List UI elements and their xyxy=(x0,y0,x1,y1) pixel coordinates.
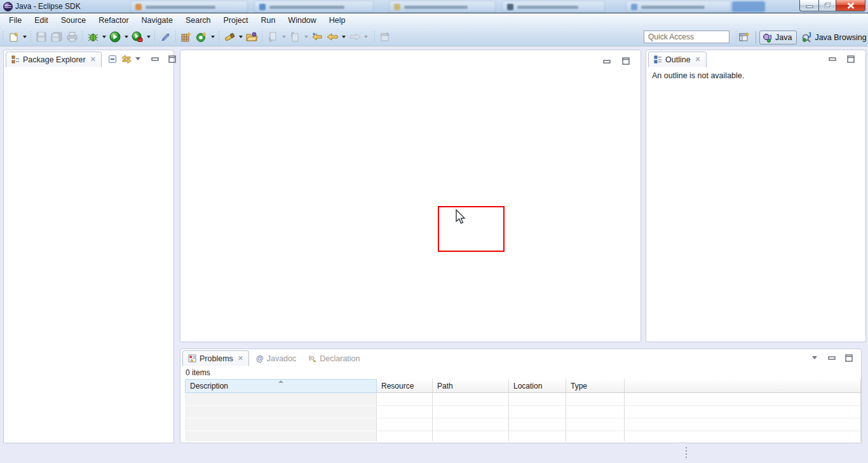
previous-annotation-button[interactable] xyxy=(287,29,302,45)
table-row xyxy=(185,418,861,431)
last-edit-location-button[interactable] xyxy=(309,29,325,45)
minimize-outline-icon xyxy=(829,56,836,62)
new-wizard-icon xyxy=(8,32,19,43)
debug-dropdown[interactable] xyxy=(100,29,107,45)
previous-annotation-icon xyxy=(290,32,300,42)
menu-navigate[interactable]: Navigate xyxy=(135,14,179,27)
background-browser-tab[interactable] xyxy=(254,1,374,13)
run-button[interactable] xyxy=(107,29,123,45)
java-browsing-perspective-button[interactable]: J Java Browsing xyxy=(797,31,868,45)
background-browser-tab[interactable] xyxy=(130,1,248,13)
search-dropdown[interactable] xyxy=(237,29,244,45)
maximize-problems-button[interactable] xyxy=(843,352,855,364)
mark-occurrences-button[interactable] xyxy=(158,29,173,45)
problems-icon xyxy=(188,354,196,363)
print-button[interactable] xyxy=(64,29,79,45)
column-header-resource[interactable]: Resource xyxy=(377,379,433,393)
javadoc-tab[interactable]: @ Javadoc xyxy=(251,350,301,366)
menu-help[interactable]: Help xyxy=(323,14,352,27)
run-icon xyxy=(109,31,121,43)
minimize-problems-icon xyxy=(828,355,836,361)
next-annotation-button[interactable] xyxy=(265,29,280,45)
package-explorer-body[interactable] xyxy=(4,67,173,443)
menu-edit[interactable]: Edit xyxy=(28,14,55,27)
pin-editor-button[interactable] xyxy=(377,29,393,45)
open-task-button[interactable] xyxy=(244,29,259,45)
open-perspective-button[interactable] xyxy=(737,30,752,45)
minimize-button[interactable] xyxy=(799,0,818,11)
column-header-path[interactable]: Path xyxy=(433,379,509,393)
java-perspective-button[interactable]: J Java xyxy=(759,31,797,45)
save-button[interactable] xyxy=(34,29,49,45)
maximize-editor-button[interactable] xyxy=(620,55,632,67)
package-explorer-tab[interactable]: Package Explorer ✕ xyxy=(6,52,102,67)
pin-editor-icon xyxy=(380,32,391,42)
print-icon xyxy=(67,32,78,42)
new-wizard-dropdown[interactable] xyxy=(21,29,28,45)
menu-file[interactable]: File xyxy=(3,14,28,27)
menu-project[interactable]: Project xyxy=(217,14,255,27)
next-annotation-icon xyxy=(268,32,278,42)
run-dropdown[interactable] xyxy=(123,29,130,45)
minimize-editor-button[interactable] xyxy=(601,55,613,67)
back-button[interactable] xyxy=(325,29,340,45)
outline-tab[interactable]: Outline ✕ xyxy=(648,52,707,67)
close-button[interactable] xyxy=(836,0,865,11)
minimize-outline-button[interactable] xyxy=(827,53,838,65)
minimize-view-button[interactable] xyxy=(149,53,161,65)
debug-button[interactable] xyxy=(85,29,100,45)
quick-access-input[interactable] xyxy=(644,31,729,43)
maximize-view-button[interactable] xyxy=(166,53,178,65)
minimize-icon xyxy=(806,3,813,8)
java-browsing-perspective-label: Java Browsing xyxy=(815,33,866,42)
column-header-location[interactable]: Location xyxy=(509,379,566,393)
next-annotation-dropdown[interactable] xyxy=(280,29,287,45)
view-menu-button[interactable] xyxy=(132,53,144,65)
outline-close-icon[interactable]: ✕ xyxy=(695,55,701,64)
new-java-project-button[interactable] xyxy=(179,29,194,45)
new-wizard-button[interactable] xyxy=(6,29,21,45)
new-java-class-dropdown[interactable] xyxy=(209,29,216,45)
forward-button[interactable] xyxy=(347,29,362,45)
menu-source[interactable]: Source xyxy=(55,14,93,27)
workbench: Package Explorer ✕ xyxy=(0,46,868,445)
outline-icon xyxy=(654,55,662,64)
menu-window[interactable]: Window xyxy=(281,14,322,27)
background-browser-tab[interactable] xyxy=(502,1,605,13)
previous-annotation-dropdown[interactable] xyxy=(302,29,309,45)
declaration-tab[interactable]: Declaration xyxy=(303,350,365,366)
problems-table-header: Description Resource Path Location Type xyxy=(185,379,861,393)
background-browser-tab[interactable] xyxy=(626,1,731,13)
column-header-description[interactable]: Description xyxy=(185,379,377,393)
new-java-class-button[interactable] xyxy=(194,29,209,45)
new-java-class-icon xyxy=(196,32,207,43)
problems-close-icon[interactable]: ✕ xyxy=(238,354,243,363)
background-browser-tab[interactable] xyxy=(389,1,496,13)
problems-tab-label: Problems xyxy=(200,354,233,363)
menu-refactor[interactable]: Refactor xyxy=(92,14,135,27)
search-button[interactable] xyxy=(222,29,237,45)
maximize-outline-button[interactable] xyxy=(845,53,857,65)
red-selection-rectangle xyxy=(438,206,505,252)
menu-search[interactable]: Search xyxy=(179,14,217,27)
external-tools-dropdown[interactable] xyxy=(145,29,152,45)
link-with-editor-button[interactable] xyxy=(121,53,132,65)
statusbar-drag-handle[interactable] xyxy=(685,447,688,459)
restore-button[interactable] xyxy=(818,0,836,11)
problems-tab[interactable]: Problems ✕ xyxy=(182,350,249,366)
save-all-button[interactable] xyxy=(49,29,64,45)
collapse-all-button[interactable] xyxy=(107,53,118,65)
editor-area[interactable] xyxy=(180,50,641,342)
titlebar: Java - Eclipse SDK xyxy=(0,0,868,13)
minimize-problems-button[interactable] xyxy=(826,352,837,364)
package-explorer-close-icon[interactable]: ✕ xyxy=(90,55,96,64)
problems-view-menu-button[interactable] xyxy=(809,352,820,364)
forward-dropdown[interactable] xyxy=(362,29,369,45)
external-tools-button[interactable] xyxy=(130,29,145,45)
background-browser-button[interactable] xyxy=(732,1,765,12)
column-header-type[interactable]: Type xyxy=(566,379,625,393)
mouse-cursor xyxy=(455,209,469,226)
menu-run[interactable]: Run xyxy=(254,14,281,27)
javadoc-icon: @ xyxy=(256,354,264,363)
back-dropdown[interactable] xyxy=(340,29,347,45)
